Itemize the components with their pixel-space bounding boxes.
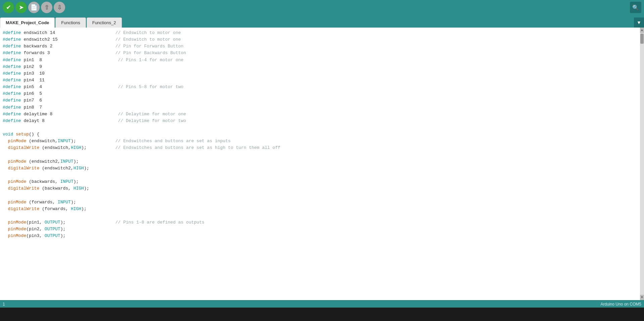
tab-functions2[interactable]: Functions_2 bbox=[87, 17, 122, 28]
open-button[interactable]: ⇧ bbox=[41, 2, 52, 13]
line-number: 1 bbox=[3, 302, 5, 307]
verify-button[interactable]: ✔ bbox=[3, 2, 14, 13]
tabs-bar: MAKE_Project_Code Functions Functions_2 … bbox=[0, 15, 644, 28]
new-button[interactable]: 📄 bbox=[28, 2, 40, 13]
scroll-up-arrow[interactable]: ▲ bbox=[640, 28, 644, 33]
comment-off-text: off bbox=[273, 145, 280, 150]
tab-functions[interactable]: Functions bbox=[55, 17, 86, 28]
code-editor[interactable]: #define endswitch 14 // Endswitch to mot… bbox=[0, 28, 640, 300]
status-bar: 1 Arduino Uno on COM5 bbox=[0, 300, 644, 308]
upload-button[interactable]: ➤ bbox=[15, 2, 27, 13]
tab-dropdown-button[interactable]: ▼ bbox=[634, 17, 644, 28]
save-button[interactable]: ⇩ bbox=[54, 2, 65, 13]
search-button[interactable]: 🔍 bbox=[630, 2, 641, 13]
scrollbar-vertical[interactable]: ▲ ▼ bbox=[640, 28, 644, 300]
editor-area: #define endswitch 14 // Endswitch to mot… bbox=[0, 28, 644, 300]
output-area bbox=[0, 308, 644, 321]
toolbar: ✔ ➤ 📄 ⇧ ⇩ 🔍 bbox=[0, 0, 644, 15]
board-info: Arduino Uno on COM5 bbox=[601, 302, 641, 307]
scroll-thumb[interactable] bbox=[640, 34, 644, 44]
scroll-down-arrow[interactable]: ▼ bbox=[640, 295, 644, 300]
tab-main[interactable]: MAKE_Project_Code bbox=[0, 17, 55, 28]
